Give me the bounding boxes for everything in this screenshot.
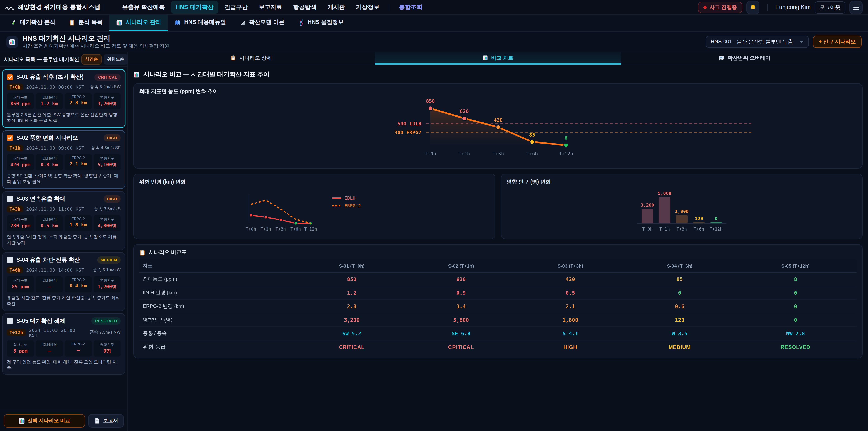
document-icon xyxy=(94,418,100,424)
subtab-5[interactable]: 확산모델 이론 xyxy=(233,15,291,31)
scenario-description: 전 구역 안전 농도 확인. 대피 해제. 잔류 오염 모니터링 지속. xyxy=(7,359,121,371)
metric-value: 0.8 km xyxy=(37,162,62,167)
metric-label: 최대농도 xyxy=(8,156,33,161)
nav-divider xyxy=(389,4,390,11)
table-cell: 0 xyxy=(735,300,857,313)
table-column-header: S-05 (T+12h) xyxy=(735,259,857,272)
metric-value: — xyxy=(37,348,62,353)
scenario-card-S-04[interactable]: S-04 유출 차단·잔류 확산MEDIUMT+6h2024.11.03 14:… xyxy=(2,252,125,311)
nav-item-7[interactable]: 기상정보 xyxy=(351,1,384,13)
subtab-3[interactable]: 시나리오 관리 xyxy=(110,15,168,31)
app-logo: 해양환경 위기대응 통합시스템 xyxy=(5,3,100,11)
page-title: HNS 대기확산 시나리오 관리 xyxy=(23,34,169,42)
table-cell: 2.8 xyxy=(297,300,406,313)
scenario-card-S-01[interactable]: S-01 유출 직후 (초기 확산)CRITICALT+0h2024.11.03… xyxy=(2,69,125,128)
table-cell: 0 xyxy=(735,313,857,327)
metric-box: ERPG-22.1 km xyxy=(65,154,92,171)
scenario-datetime: 2024.11.03 11:00 KST xyxy=(26,207,84,212)
svg-text:85: 85 xyxy=(529,132,535,137)
metric-box: 영향인구1,200명 xyxy=(94,276,121,292)
nav-item-3[interactable]: 긴급구난 xyxy=(219,1,253,13)
metric-value: 5,100명 xyxy=(94,162,120,168)
svg-text:T+3h: T+3h xyxy=(677,226,687,232)
bar-chart-icon xyxy=(9,39,16,45)
scenario-checkbox[interactable] xyxy=(7,135,13,141)
table-cell: 0 xyxy=(735,286,857,300)
scenario-checkbox[interactable] xyxy=(7,196,13,202)
svg-text:T+6h: T+6h xyxy=(694,226,704,232)
main-tab-1[interactable]: 시나리오 상세 xyxy=(128,53,375,65)
scenario-checkbox[interactable] xyxy=(7,257,13,263)
scenario-description: 톨루엔 2.5톤 순간 유출. SW 풍향으로 온산 산업단지 방향 확산. I… xyxy=(7,112,121,124)
app-logo-text: 해양환경 위기대응 통합시스템 xyxy=(18,3,100,11)
nav-item-8[interactable]: 통합조회 xyxy=(394,1,428,13)
scenario-title: S-01 유출 직후 (초기 확산) xyxy=(16,73,91,81)
svg-text:T+6h: T+6h xyxy=(526,151,538,157)
svg-text:850: 850 xyxy=(426,98,435,104)
dna-icon xyxy=(298,19,305,26)
scenario-checkbox[interactable] xyxy=(7,74,13,80)
page-header-actions: HNS-001 · 울산 온산항 톨루엔 누출 + 신규 시나리오 xyxy=(706,36,862,48)
main-tab-label: 비교 차트 xyxy=(491,55,513,61)
subtab-4[interactable]: HNS 대응매뉴얼 xyxy=(168,15,233,31)
subtab-6[interactable]: HNS 물질정보 xyxy=(291,15,350,31)
nav-item-6[interactable]: 게시판 xyxy=(322,1,350,13)
sort-button-1[interactable]: 시간순 xyxy=(81,54,101,65)
metric-value: 850 ppm xyxy=(8,101,33,106)
clipboard-icon xyxy=(230,55,236,61)
nav-item-5[interactable]: 항공탐색 xyxy=(288,1,322,13)
metric-box: IDLH반경— xyxy=(36,276,63,292)
scenario-card-S-05[interactable]: S-05 대기확산 해제RESOLVEDT+12h2024.11.03 20:0… xyxy=(2,313,125,375)
svg-text:1,800: 1,800 xyxy=(675,209,688,214)
table-cell: SE 6.8 xyxy=(406,327,516,340)
row-label: 최대농도 (ppm) xyxy=(139,272,297,286)
main-tab-3[interactable]: 확산범위 오버레이 xyxy=(621,53,868,65)
scenario-checkbox[interactable] xyxy=(7,318,13,324)
main-tab-label: 확산범위 오버레이 xyxy=(727,55,770,61)
nav-item-4[interactable]: 보고자료 xyxy=(254,1,287,13)
subtab-1[interactable]: 대기확산 분석 xyxy=(4,15,62,31)
table-cell: 8 xyxy=(735,272,857,286)
wave-icon xyxy=(5,4,14,10)
sort-button-2[interactable]: 위험도순 xyxy=(103,54,128,65)
subtab-2[interactable]: 분석 목록 xyxy=(62,15,110,31)
scenario-card-S-03[interactable]: S-03 연속유출 확대HIGHT+3h2024.11.03 11:00 KST… xyxy=(2,191,125,250)
new-scenario-button[interactable]: + 신규 시나리오 xyxy=(813,36,862,48)
population-chart-panel: 영향 인구 (명) 변화 3,200T+0h5,800T+1h1,800T+3h… xyxy=(501,174,863,239)
scenario-datetime: 2024.11.03 08:00 KST xyxy=(26,85,84,90)
incident-select-value: HNS-001 · 울산 온산항 톨루엔 누출 xyxy=(711,38,793,45)
svg-text:T+0h: T+0h xyxy=(642,226,653,232)
page-icon-chip xyxy=(6,36,18,48)
row-label: 위험 등급 xyxy=(139,340,297,353)
metric-box: ERPG-2— xyxy=(65,340,92,357)
menu-button[interactable] xyxy=(849,1,863,14)
report-button[interactable]: 보고서 xyxy=(88,414,124,427)
svg-text:8: 8 xyxy=(564,135,567,141)
nav-item-1[interactable]: 유출유 확산예측 xyxy=(117,1,170,13)
row-label: IDLH 반경 (km) xyxy=(139,286,297,300)
incident-status-badge[interactable]: 사고 진행중 xyxy=(698,2,742,13)
notifications-button[interactable] xyxy=(746,1,760,14)
hamburger-icon xyxy=(853,4,859,10)
nav-item-2[interactable]: HNS·대기확산 xyxy=(170,1,219,13)
incident-select[interactable]: HNS-001 · 울산 온산항 톨루엔 누출 xyxy=(706,36,809,48)
main-tab-2[interactable]: 비교 차트 xyxy=(375,53,621,65)
scenario-datetime: 2024.11.03 14:00 KST xyxy=(26,267,84,272)
scenario-card-S-02[interactable]: S-02 풍향 변화 시나리오HIGHT+1h2024.11.03 09:00 … xyxy=(2,130,125,189)
logout-button[interactable]: 로그아웃 xyxy=(815,1,845,13)
metric-value: 2.8 km xyxy=(66,100,91,105)
table-cell: 620 xyxy=(406,272,516,286)
clipboard-icon xyxy=(139,249,146,256)
bar-chart-icon xyxy=(116,19,123,26)
clipboard-icon xyxy=(69,19,75,26)
population-bar-chart: 3,200T+0h5,800T+1h1,800T+3h120T+6h0T+12h xyxy=(506,185,857,234)
table-column-header: S-02 (T+1h) xyxy=(406,259,516,272)
bar-chart-icon xyxy=(19,418,25,424)
svg-text:T+12h: T+12h xyxy=(710,226,722,232)
risk-badge: HIGH xyxy=(103,134,121,142)
scenario-description: 유출원 차단 완료. 잔류 증기 자연 확산중. 풍속 증가로 희석 촉진. xyxy=(7,295,121,307)
status-dot-icon xyxy=(704,6,707,9)
compare-scenarios-button[interactable]: 선택 시나리오 비교 xyxy=(4,414,85,427)
table-column-header: S-01 (T+0h) xyxy=(297,259,406,272)
radius-line-chart: IDLHERPG-2T+0hT+1hT+3hT+6hT+12h xyxy=(139,185,489,234)
